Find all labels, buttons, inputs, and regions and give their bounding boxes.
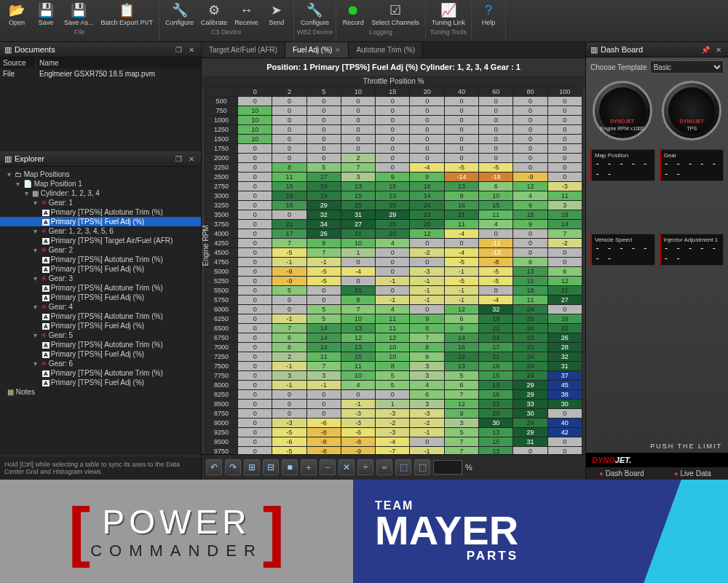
grid-tool-button[interactable]: ÷: [357, 459, 373, 475]
map-cell[interactable]: 27: [341, 220, 375, 229]
map-cell[interactable]: 16: [479, 390, 513, 400]
toolbar-configure[interactable]: 🔧Configure: [162, 0, 197, 28]
map-cell[interactable]: 19: [479, 381, 513, 390]
map-cell[interactable]: 0: [238, 97, 272, 106]
map-cell[interactable]: 0: [238, 248, 272, 258]
grid-tool-button[interactable]: ⬚: [395, 459, 411, 475]
map-cell[interactable]: -7: [376, 447, 410, 455]
map-cell[interactable]: 0: [513, 144, 547, 154]
map-cell[interactable]: -1: [444, 286, 478, 296]
map-cell[interactable]: -3: [547, 182, 582, 191]
map-cell[interactable]: 0: [238, 371, 272, 381]
map-cell[interactable]: 5: [306, 163, 341, 172]
map-cell[interactable]: 0: [238, 144, 272, 154]
map-cell[interactable]: 29: [513, 428, 547, 437]
map-cell[interactable]: 45: [547, 381, 582, 390]
map-cell[interactable]: 23: [410, 210, 444, 220]
map-cell[interactable]: 0: [306, 106, 341, 116]
map-cell[interactable]: -9: [513, 172, 547, 182]
map-cell[interactable]: 0: [238, 154, 272, 163]
map-cell[interactable]: 8: [272, 163, 306, 172]
map-cell[interactable]: 23: [513, 333, 547, 343]
map-cell[interactable]: 0: [479, 116, 513, 125]
map-cell[interactable]: -1: [272, 258, 306, 267]
row-header[interactable]: 2000: [205, 154, 238, 163]
map-cell[interactable]: 7: [306, 362, 341, 371]
map-cell[interactable]: 0: [547, 437, 582, 447]
map-cell[interactable]: 0: [547, 447, 582, 455]
map-cell[interactable]: -1: [410, 286, 444, 296]
row-header[interactable]: 6000: [205, 305, 238, 314]
toolbar-receive[interactable]: ↔Receive: [232, 0, 261, 28]
map-cell[interactable]: -9: [272, 267, 306, 277]
map-cell[interactable]: 0: [238, 409, 272, 419]
tree-node[interactable]: ▾🗀 Map Positions: [0, 170, 201, 179]
tree-node[interactable]: APrimary [TPS%] Autotune Trim (%): [0, 368, 201, 378]
close-icon[interactable]: ✕: [335, 47, 341, 54]
map-cell[interactable]: 7: [272, 239, 306, 248]
row-header[interactable]: 2500: [205, 172, 238, 182]
map-cell[interactable]: -3: [272, 419, 306, 428]
map-cell[interactable]: 5: [306, 314, 341, 324]
row-header[interactable]: 8750: [205, 409, 238, 419]
map-cell[interactable]: 0: [547, 144, 582, 154]
map-cell[interactable]: 20: [479, 409, 513, 419]
map-cell[interactable]: 9: [376, 172, 410, 182]
map-cell[interactable]: -4: [341, 267, 375, 277]
map-cell[interactable]: 4: [410, 381, 444, 390]
map-cell[interactable]: 0: [547, 248, 582, 258]
map-cell[interactable]: 7: [341, 163, 375, 172]
map-cell[interactable]: 0: [306, 296, 341, 305]
map-cell[interactable]: -5: [444, 163, 478, 172]
tree-node[interactable]: ▾✳ Gear: 4: [0, 302, 201, 312]
map-cell[interactable]: 23: [479, 400, 513, 409]
row-header[interactable]: 5000: [205, 267, 238, 277]
map-cell[interactable]: 33: [513, 400, 547, 409]
map-cell[interactable]: 0: [376, 267, 410, 277]
map-cell[interactable]: 3: [547, 201, 582, 210]
map-cell[interactable]: 11: [272, 172, 306, 182]
map-cell[interactable]: 0: [341, 135, 375, 144]
tab[interactable]: Fuel Adj (%)✕: [285, 42, 349, 57]
map-cell[interactable]: 0: [376, 258, 410, 267]
map-cell[interactable]: 6: [479, 182, 513, 191]
map-cell[interactable]: 14: [444, 333, 478, 343]
map-cell[interactable]: 0: [547, 125, 582, 135]
map-cell[interactable]: 13: [341, 182, 375, 191]
map-cell[interactable]: 2: [272, 352, 306, 362]
map-cell[interactable]: 9: [306, 239, 341, 248]
row-header[interactable]: 9750: [205, 447, 238, 455]
map-cell[interactable]: 32: [306, 210, 341, 220]
map-cell[interactable]: 0: [376, 286, 410, 296]
map-cell[interactable]: 0: [306, 125, 341, 135]
grid-tool-button[interactable]: －: [320, 459, 336, 475]
map-cell[interactable]: 12: [444, 400, 478, 409]
map-cell[interactable]: 11: [376, 324, 410, 333]
col-header[interactable]: 80: [513, 87, 547, 97]
row-header[interactable]: 9500: [205, 437, 238, 447]
tree-node[interactable]: APrimary [TPS%] Autotune Trim (%): [0, 312, 201, 321]
map-cell[interactable]: -5: [306, 267, 341, 277]
map-cell[interactable]: -5: [444, 277, 478, 286]
map-cell[interactable]: -5: [479, 267, 513, 277]
map-cell[interactable]: 14: [306, 343, 341, 352]
map-cell[interactable]: 0: [238, 390, 272, 400]
row-header[interactable]: 2250: [205, 163, 238, 172]
map-cell[interactable]: 17: [479, 343, 513, 352]
row-header[interactable]: 8500: [205, 400, 238, 409]
map-cell[interactable]: 0: [272, 106, 306, 116]
map-cell[interactable]: 8: [376, 362, 410, 371]
documents-title-bar[interactable]: ▥ Documents ❐ ✕: [0, 42, 201, 57]
map-cell[interactable]: 6: [513, 258, 547, 267]
map-cell[interactable]: 15: [341, 191, 375, 201]
row-header[interactable]: 4000: [205, 229, 238, 239]
map-cell[interactable]: 15: [513, 277, 547, 286]
map-cell[interactable]: 0: [238, 239, 272, 248]
map-cell[interactable]: 5: [444, 428, 478, 437]
map-cell[interactable]: 3: [341, 172, 375, 182]
tab[interactable]: Autotune Trim (%): [349, 42, 423, 57]
map-cell[interactable]: -8: [479, 258, 513, 267]
map-cell[interactable]: 29: [306, 201, 341, 210]
map-cell[interactable]: -4: [376, 437, 410, 447]
map-cell[interactable]: -1: [272, 381, 306, 390]
